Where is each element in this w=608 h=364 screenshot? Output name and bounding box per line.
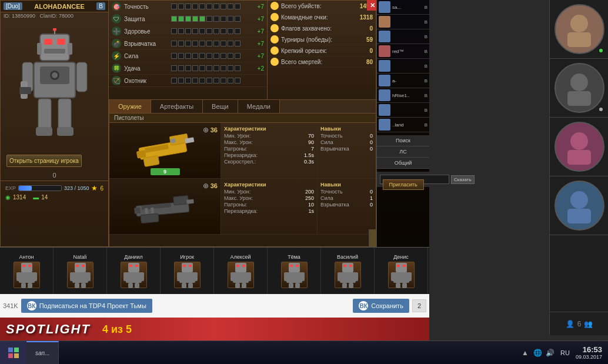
subscribe-button[interactable]: ВК Подписаться на TDP4 Проект Тьмы: [21, 299, 152, 313]
player-badge: B: [96, 2, 105, 10]
svg-rect-70: [233, 272, 249, 283]
svg-rect-98: [402, 283, 407, 288]
stat-dots-6: [171, 78, 249, 84]
stat-icon-0: 🎯: [112, 2, 121, 11]
crosshair-icon: ⊕: [203, 182, 209, 190]
taskbar-right: ▲ 🌐 🔊 RU 16:53 09.03.2017: [515, 341, 608, 365]
skill-label: Сила: [320, 139, 333, 145]
player-slot-1[interactable]: Natali: [54, 248, 107, 294]
right-stat-row-4: Крепкий орешек:0: [268, 45, 376, 56]
start-button[interactable]: [0, 341, 26, 365]
svg-rect-5: [68, 43, 72, 55]
svg-rect-86: [340, 272, 356, 283]
svg-rect-16: [38, 99, 51, 131]
stat-row-5: 🍀Удача+2: [109, 62, 267, 75]
skill-title-0: Навыки: [320, 126, 373, 132]
stat-dots-1: [171, 16, 249, 22]
svg-rect-87: [338, 272, 341, 281]
right-stat-name-2: Флагов захвачено:: [281, 25, 369, 32]
person-icon: 👤: [566, 320, 574, 328]
tab-медали[interactable]: Медали: [238, 100, 280, 113]
taskbar-item-game[interactable]: san...: [26, 341, 59, 365]
skill-row-1-0: Точность0: [320, 189, 373, 195]
people-icon: 👥: [584, 320, 593, 328]
skill-row-1-2: Взрывчатка0: [320, 202, 373, 208]
stats-right-panel: Всего убийств:1459Командные очки:1318Фла…: [268, 0, 376, 100]
score-item-7: B: [377, 103, 429, 118]
open-profile-button[interactable]: Открыть страницу игрока: [6, 155, 82, 167]
tab-артефакты[interactable]: Артефакты: [151, 100, 203, 113]
stat-dots-4: [171, 53, 249, 59]
players-bar: Антон Natali Даниил Игрок Алексе: [0, 247, 429, 294]
svg-rect-34: [151, 208, 154, 213]
ws-val: 1.5s: [304, 152, 314, 158]
side-avatar-3[interactable]: [550, 118, 608, 176]
svg-rect-64: [194, 272, 198, 281]
player-slot-name-6: Василий: [337, 254, 358, 260]
weapons-list[interactable]: ⊕36 Gold Eagle9ХарактеристикиМин. Урон:7…: [109, 123, 376, 238]
right-stat-icon-0: [270, 2, 279, 10]
skill-label: Точность: [320, 133, 343, 139]
stat-icon-3: 💣: [112, 39, 121, 48]
player-avatar-area: [1, 19, 108, 155]
right-stat-icon-2: [270, 24, 279, 32]
chat-button-общий[interactable]: Общий: [377, 158, 429, 169]
score-name-3: red™: [392, 49, 423, 54]
svg-rect-41: [21, 283, 26, 288]
stat-name-1: Защита: [124, 16, 171, 22]
chat-button-поиск[interactable]: Поиск: [377, 135, 429, 146]
save-button[interactable]: ВК Сохранить: [353, 299, 409, 313]
right-stat-icon-3: [270, 35, 279, 44]
score-avatar-6: [379, 89, 390, 101]
invite-button[interactable]: Пригласить: [382, 179, 423, 190]
svg-point-101: [570, 74, 588, 91]
player-slot-5[interactable]: Тёма: [268, 248, 321, 294]
right-stat-value-1: 1318: [360, 14, 373, 21]
date: 09.03.2017: [576, 354, 602, 360]
score-badge-0: B: [425, 5, 427, 10]
svg-rect-89: [342, 283, 347, 288]
svg-rect-55: [123, 272, 127, 281]
tab-вещи[interactable]: Вещи: [203, 100, 238, 113]
svg-rect-13: [76, 62, 87, 92]
player-slot-avatar-1: [67, 262, 93, 288]
side-avatar-4[interactable]: [550, 176, 608, 235]
player-slot-4[interactable]: Алексей: [214, 248, 268, 294]
player-slot-7[interactable]: Денис: [375, 248, 428, 294]
score-avatar-3: [379, 45, 390, 57]
chat-button-лс[interactable]: ЛС: [377, 146, 429, 158]
subscribe-label: Подписаться на TDP4 Проект Тьмы: [39, 302, 146, 309]
side-count-value: 6: [577, 320, 582, 328]
svg-rect-52: [129, 265, 132, 267]
scrollbar-thumb[interactable]: [369, 229, 376, 247]
ws-label: Патроны:: [224, 146, 247, 152]
score-name-0: sa...: [392, 5, 423, 10]
side-avatar-2[interactable]: [550, 59, 608, 118]
weapon-stat-row-0-1: Макс. Урон:90: [224, 139, 314, 145]
svg-rect-110: [14, 353, 19, 358]
side-avatar-1[interactable]: [550, 0, 608, 59]
svg-rect-58: [135, 283, 139, 288]
player-slot-3[interactable]: Игрок: [161, 248, 214, 294]
player-slot-name-0: Антон: [19, 254, 34, 260]
player-slot-0[interactable]: Антон: [0, 248, 54, 294]
player-counter: 0: [1, 170, 108, 181]
ws-label: Мин. Урон:: [224, 133, 250, 139]
weapon-item-0[interactable]: ⊕36 Gold Eagle9ХарактеристикиМин. Урон:7…: [109, 123, 376, 179]
svg-rect-32: [186, 199, 194, 204]
svg-rect-37: [28, 265, 31, 267]
chat-say-button[interactable]: Сказать: [451, 175, 475, 184]
stat-icon-5: 🍀: [112, 64, 121, 73]
weapon-item-1[interactable]: ⊕36 ХарактеристикиМин. Урон:200Макс. Уро…: [109, 179, 376, 235]
score-badge-7: B: [425, 108, 427, 113]
player-slot-2[interactable]: Даниил: [107, 248, 161, 294]
right-stat-icon-4: [270, 46, 279, 55]
weapon-stats-title-0: Характеристики: [224, 126, 314, 132]
svg-rect-15: [19, 87, 31, 94]
stat-bonus-5: +2: [249, 65, 264, 72]
exp-display: 323 / 1050: [64, 185, 89, 191]
right-stat-row-0: Всего убийств:1459: [268, 1, 376, 12]
tab-оружие[interactable]: Оружие: [109, 100, 151, 113]
player-slot-6[interactable]: Василий: [321, 248, 375, 294]
svg-rect-3: [44, 49, 65, 54]
